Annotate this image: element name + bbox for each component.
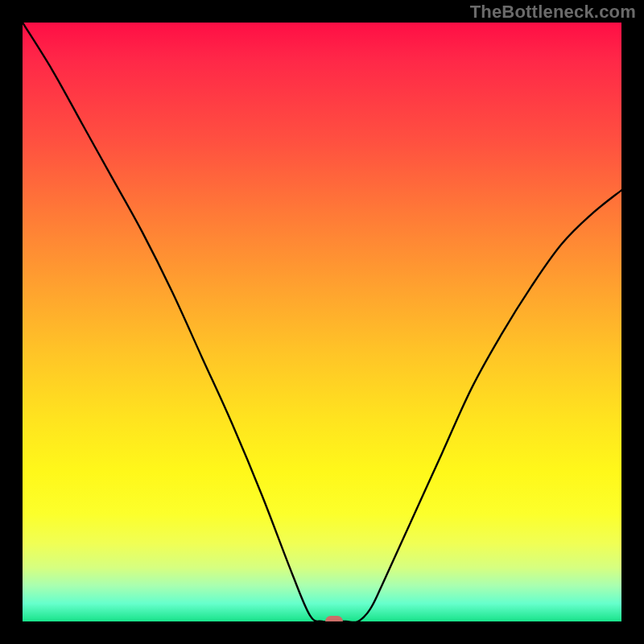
min-marker-icon <box>325 616 343 621</box>
chart-frame: TheBottleneck.com <box>0 0 644 644</box>
bottleneck-curve <box>23 23 621 621</box>
watermark-text: TheBottleneck.com <box>470 2 636 23</box>
plot-area <box>23 23 621 621</box>
